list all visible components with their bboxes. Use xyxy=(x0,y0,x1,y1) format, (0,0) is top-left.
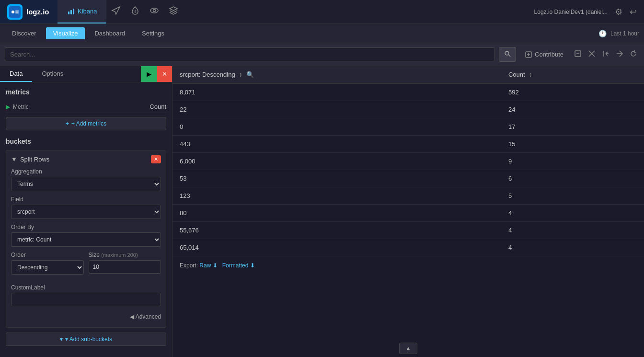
table-row: 0 17 xyxy=(172,118,644,136)
send-icon[interactable] xyxy=(111,6,121,18)
eye-icon[interactable] xyxy=(150,6,159,18)
export-formatted-link[interactable]: Formatted xyxy=(222,262,249,269)
table-cell-srcport: 6,000 xyxy=(172,153,501,170)
svg-rect-4 xyxy=(68,12,69,14)
bucket-header: ▼ Split Rows ✕ xyxy=(11,155,161,163)
svg-point-7 xyxy=(135,12,136,13)
sort-icon-count[interactable]: ⇕ xyxy=(529,72,532,78)
size-input[interactable] xyxy=(89,260,161,274)
table-row: 55,676 4 xyxy=(172,222,644,239)
time-display: 🕐 Last 1 hour xyxy=(598,30,639,37)
toolbar-icon-4[interactable] xyxy=(614,48,625,61)
layers-icon[interactable] xyxy=(169,6,178,18)
table-row: 80 4 xyxy=(172,205,644,222)
table-cell-count: 6 xyxy=(501,170,644,187)
metric-name: Metric xyxy=(13,104,29,110)
field-label: Field xyxy=(11,196,161,203)
toolbar-icon-1[interactable] xyxy=(572,48,584,61)
field-select[interactable]: srcport xyxy=(11,205,161,219)
logout-icon[interactable]: ↩ xyxy=(630,7,637,17)
panel-tabs: Data Options ▶ ✕ xyxy=(0,66,172,82)
advanced-link[interactable]: ◀ Advanced xyxy=(11,311,161,322)
buckets-title: buckets xyxy=(6,138,166,145)
alert-icon[interactable] xyxy=(130,6,140,18)
aggregation-select[interactable]: Terms xyxy=(11,177,161,191)
table-cell-count: 15 xyxy=(501,136,644,153)
export-raw-link[interactable]: Raw xyxy=(199,262,211,269)
add-metrics-button[interactable]: + + Add metrics xyxy=(6,117,166,130)
export-raw-icon: ⬇ xyxy=(213,262,218,269)
add-sub-buckets-button[interactable]: ▾ ▾ Add sub-buckets xyxy=(6,333,166,346)
contribute-icon xyxy=(525,51,532,58)
table-cell-srcport: 55,676 xyxy=(172,222,501,239)
time-label: Last 1 hour xyxy=(610,30,639,37)
custom-label-input[interactable] xyxy=(11,293,161,306)
svg-rect-5 xyxy=(70,10,72,14)
run-icon: ▶ xyxy=(147,70,151,78)
table-cell-srcport: 22 xyxy=(172,101,501,118)
order-select[interactable]: Descending xyxy=(11,260,84,275)
export-row: Export: Raw ⬇ Formatted ⬇ xyxy=(172,256,644,275)
remove-bucket-button[interactable]: ✕ xyxy=(151,155,161,163)
search-input[interactable] xyxy=(5,47,495,61)
table-cell-srcport: 65,014 xyxy=(172,239,501,256)
run-button[interactable]: ▶ xyxy=(141,66,157,82)
aggregation-label: Aggregation xyxy=(11,168,161,175)
nav-right: Logz.io DanielDev1 (daniel... ⚙ ↩ xyxy=(534,7,644,17)
order-size-row: Order Descending Size (maximum 200) xyxy=(11,252,161,279)
sort-icon-srcport[interactable]: ⇕ xyxy=(239,72,242,78)
split-rows-label: Split Rows xyxy=(20,156,148,163)
search-col-icon-srcport[interactable]: 🔍 xyxy=(246,71,254,78)
logo-icon xyxy=(7,4,23,20)
nav-icons xyxy=(106,6,183,18)
order-by-group: Order By metric: Count xyxy=(11,224,161,247)
close-panel-button[interactable]: ✕ xyxy=(157,66,172,82)
right-panel: srcport: Descending ⇕ 🔍 Count ⇕ 8,071 59… xyxy=(172,66,644,357)
user-info[interactable]: Logz.io DanielDev1 (daniel... xyxy=(534,9,608,15)
bucket-collapse-icon[interactable]: ▼ xyxy=(11,156,17,163)
table-row: 53 6 xyxy=(172,170,644,187)
col-header-srcport[interactable]: srcport: Descending ⇕ 🔍 xyxy=(172,66,501,83)
settings-icon[interactable]: ⚙ xyxy=(615,7,622,17)
export-formatted-icon: ⬇ xyxy=(250,262,255,269)
table-row: 443 15 xyxy=(172,136,644,153)
search-button[interactable] xyxy=(499,47,516,62)
size-group: Size (maximum 200) xyxy=(89,252,161,275)
discover-nav[interactable]: Discover xyxy=(5,27,44,39)
table-cell-count: 5 xyxy=(501,187,644,205)
scroll-to-top-button[interactable]: ▲ xyxy=(399,343,417,354)
kibana-tab[interactable]: Kibana xyxy=(58,0,106,23)
tab-data[interactable]: Data xyxy=(0,66,32,82)
logo-area: logz.io xyxy=(0,0,58,23)
table-cell-count: 4 xyxy=(501,222,644,239)
table-cell-count: 4 xyxy=(501,239,644,256)
size-label: Size (maximum 200) xyxy=(89,252,161,258)
table-cell-count: 9 xyxy=(501,153,644,170)
table-cell-srcport: 80 xyxy=(172,205,501,222)
col-header-count[interactable]: Count ⇕ xyxy=(501,66,644,83)
metric-value: Count xyxy=(150,103,166,110)
visualize-nav[interactable]: Visualize xyxy=(46,27,85,39)
order-label: Order xyxy=(11,252,84,258)
dashboard-nav[interactable]: Dashboard xyxy=(87,27,132,39)
sub-nav: Discover Visualize Dashboard Settings 🕐 … xyxy=(0,24,644,43)
data-table: srcport: Descending ⇕ 🔍 Count ⇕ 8,071 59… xyxy=(172,66,644,256)
add-metrics-label: + Add metrics xyxy=(71,120,106,127)
order-by-select[interactable]: metric: Count xyxy=(11,232,161,247)
kibana-label: Kibana xyxy=(78,8,97,15)
bucket-section: ▼ Split Rows ✕ Aggregation Terms Field s… xyxy=(6,150,166,328)
left-panel: Data Options ▶ ✕ metrics ▶ Metric Count … xyxy=(0,66,172,357)
metric-row: ▶ Metric Count xyxy=(6,101,166,113)
toolbar-icon-2[interactable] xyxy=(586,48,598,61)
refresh-icon[interactable] xyxy=(628,48,639,61)
svg-point-9 xyxy=(150,8,158,13)
toolbar-icon-3[interactable] xyxy=(600,48,611,61)
table-cell-srcport: 443 xyxy=(172,136,501,153)
metric-icon: ▶ xyxy=(6,104,10,110)
tab-options[interactable]: Options xyxy=(32,66,73,82)
settings-nav[interactable]: Settings xyxy=(135,27,172,39)
panel-content: metrics ▶ Metric Count + + Add metrics b… xyxy=(0,82,172,357)
svg-rect-6 xyxy=(73,9,74,14)
contribute-button[interactable]: Contribute xyxy=(520,48,568,61)
custom-label-label: CustomLabel xyxy=(11,284,161,291)
